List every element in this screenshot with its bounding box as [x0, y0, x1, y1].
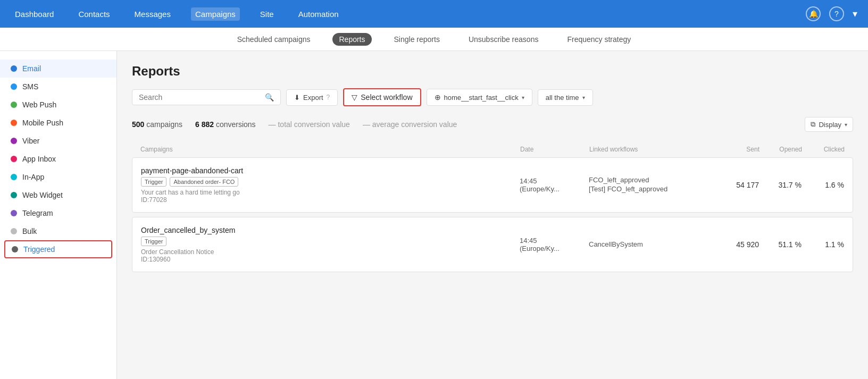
table-header: Campaigns Date Linked workflows Sent Ope…	[132, 141, 853, 157]
campaigns-label: campaigns	[146, 120, 182, 129]
workflow-dropdown[interactable]: ⊕ home__start_fast__click ▾	[427, 89, 532, 106]
col-opened: Opened	[760, 146, 802, 153]
mobilepush-dot	[11, 120, 17, 126]
page-title: Reports	[132, 64, 853, 79]
campaign-date-1: 14:45 (Europe/Ky...	[520, 237, 589, 252]
bulk-dot	[11, 228, 17, 234]
campaign-name-0: payment-page-abandoned-cart	[141, 166, 520, 175]
nav-messages[interactable]: Messages	[130, 7, 175, 21]
total-conversion-value-label: — total conversion value	[269, 120, 350, 129]
subnav-scheduled-campaigns[interactable]: Scheduled campaigns	[231, 33, 317, 46]
workflow-value: home__start_fast__click	[444, 94, 519, 102]
export-help-icon: ?	[327, 94, 330, 101]
table-row[interactable]: payment-page-abandoned-cart Trigger Aban…	[132, 157, 853, 213]
campaign-opened-0: 31.7 %	[759, 181, 802, 189]
export-label: Export	[303, 94, 323, 102]
notification-bell-icon[interactable]: 🔔	[806, 6, 821, 21]
conversions-label: conversions	[216, 120, 256, 129]
col-campaigns: Campaigns	[140, 146, 520, 153]
subnav-reports[interactable]: Reports	[332, 33, 371, 46]
campaign-clicked-0: 1.6 %	[802, 181, 844, 189]
tag-trigger-1: Trigger	[141, 237, 166, 246]
nav-site[interactable]: Site	[256, 7, 278, 21]
col-clicked: Clicked	[802, 146, 845, 153]
sidebar-label-triggered: Triggered	[23, 245, 55, 254]
display-button[interactable]: ⧉ Display ▾	[805, 117, 853, 132]
sidebar-item-telegram[interactable]: Telegram	[0, 204, 116, 222]
tag-trigger-0: Trigger	[141, 177, 166, 187]
nav-dashboard[interactable]: Dashboard	[11, 7, 58, 21]
campaign-sent-0: 54 177	[706, 181, 759, 189]
webpush-dot	[11, 102, 17, 108]
help-icon[interactable]: ?	[829, 6, 844, 21]
nav-automation[interactable]: Automation	[294, 7, 343, 21]
select-workflow-button[interactable]: ▽ Select workflow	[343, 88, 421, 106]
col-date: Date	[520, 146, 589, 153]
conversions-count-value: 6 882	[195, 120, 214, 129]
campaign-info-0: payment-page-abandoned-cart Trigger Aban…	[141, 166, 520, 204]
time-label: all the time	[546, 94, 579, 102]
workflow-filter-icon: ▽	[352, 93, 357, 102]
campaign-tags-1: Trigger	[141, 237, 520, 246]
table-row[interactable]: Order_cancelled_by_system Trigger Order …	[132, 217, 853, 272]
email-dot	[11, 65, 17, 72]
nav-contacts[interactable]: Contacts	[74, 7, 114, 21]
sidebar-item-mobilepush[interactable]: Mobile Push	[0, 114, 116, 132]
export-button[interactable]: ⬇ Export ?	[286, 89, 338, 106]
top-navigation: Dashboard Contacts Messages Campaigns Si…	[0, 0, 868, 28]
display-label: Display	[819, 121, 841, 129]
time-dropdown[interactable]: all the time ▾	[538, 89, 593, 106]
account-dropdown-icon[interactable]: ▾	[853, 8, 857, 20]
sidebar-item-bulk[interactable]: Bulk	[0, 222, 116, 240]
search-box[interactable]: 🔍	[132, 89, 281, 105]
subnav-unsubscribe-reasons[interactable]: Unsubscribe reasons	[462, 33, 545, 46]
sidebar-item-triggered[interactable]: Triggered	[4, 240, 112, 258]
avg-conversion-value-label: — average conversion value	[363, 120, 457, 129]
search-input[interactable]	[139, 93, 261, 102]
top-nav-icons: 🔔 ? ▾	[806, 6, 857, 21]
campaign-desc-1: Order Cancellation Notice	[141, 248, 520, 256]
inapp-dot	[11, 174, 17, 180]
sidebar-item-inapp[interactable]: In-App	[0, 168, 116, 186]
subnav-single-reports[interactable]: Single reports	[388, 33, 446, 46]
sub-navigation: Scheduled campaigns Reports Single repor…	[0, 28, 868, 51]
sidebar-item-email[interactable]: Email	[0, 60, 116, 78]
campaign-workflows-0: FCO_left_approved [Test] FCO_left_approv…	[589, 176, 706, 194]
sidebar-item-webwidget[interactable]: Web Widget	[0, 186, 116, 204]
col-sent: Sent	[706, 146, 760, 153]
select-workflow-label: Select workflow	[361, 93, 412, 102]
campaign-clicked-1: 1.1 %	[802, 240, 844, 249]
sidebar: Email SMS Web Push Mobile Push Viber App…	[0, 51, 117, 379]
campaign-opened-1: 51.1 %	[759, 240, 802, 249]
workflow-line-0-0: FCO_left_approved	[589, 176, 706, 184]
workflow-target-icon: ⊕	[435, 93, 441, 102]
nav-campaigns[interactable]: Campaigns	[191, 7, 240, 21]
telegram-dot	[11, 210, 17, 216]
workflow-dropdown-chevron-icon: ▾	[522, 95, 524, 100]
sidebar-item-webpush[interactable]: Web Push	[0, 96, 116, 114]
sidebar-label-appinbox: App Inbox	[22, 155, 56, 163]
sidebar-item-appinbox[interactable]: App Inbox	[0, 150, 116, 168]
campaign-id-0: ID:77028	[141, 196, 520, 204]
tag-abandoned-0: Abandoned order- FCO	[170, 177, 238, 187]
sidebar-label-email: Email	[22, 64, 41, 73]
sidebar-label-viber: Viber	[22, 137, 39, 145]
workflow-line-1-0: CancellBySystem	[589, 240, 706, 248]
subnav-frequency-strategy[interactable]: Frequency strategy	[561, 33, 637, 46]
sidebar-item-viber[interactable]: Viber	[0, 132, 116, 150]
sms-dot	[11, 83, 17, 90]
workflow-line-0-1: [Test] FCO_left_approved	[589, 185, 706, 193]
appinbox-dot	[11, 156, 17, 162]
top-nav-links: Dashboard Contacts Messages Campaigns Si…	[11, 7, 343, 21]
campaign-workflows-1: CancellBySystem	[589, 240, 706, 249]
campaign-date-0: 14:45 (Europe/Ky...	[520, 177, 589, 193]
sidebar-label-inapp: In-App	[22, 173, 44, 181]
stats-row: 500 campaigns 6 882 conversions — total …	[132, 117, 853, 132]
campaign-name-1: Order_cancelled_by_system	[141, 226, 520, 234]
sidebar-label-webpush: Web Push	[22, 100, 56, 109]
sidebar-item-sms[interactable]: SMS	[0, 78, 116, 96]
campaigns-count-value: 500	[132, 120, 144, 129]
viber-dot	[11, 138, 17, 144]
campaign-id-1: ID:130960	[141, 256, 520, 263]
sidebar-label-telegram: Telegram	[22, 209, 53, 217]
